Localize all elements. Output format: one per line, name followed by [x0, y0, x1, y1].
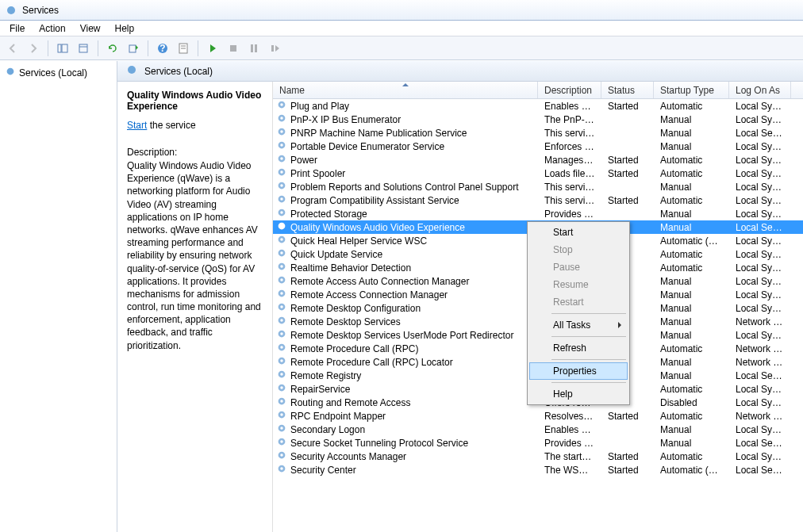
properties-button[interactable] [174, 39, 193, 58]
service-name-cell: Quick Update Service [290, 249, 382, 260]
service-name-cell: PNRP Machine Name Publication Service [290, 128, 467, 139]
service-context-menu[interactable]: StartStopPauseResumeRestartAll TasksRefr… [527, 221, 630, 405]
service-desc-cell: Manages p... [538, 155, 601, 166]
service-logon-cell: Network S... [729, 316, 791, 327]
refresh-button[interactable] [103, 39, 122, 58]
services-list[interactable]: Name Description Status Startup Type Log… [273, 82, 803, 532]
nav-forward-button[interactable] [24, 39, 43, 58]
svg-point-47 [280, 278, 283, 281]
service-gear-icon [276, 113, 287, 126]
context-menu-properties[interactable]: Properties [529, 362, 628, 380]
service-row[interactable]: Program Compatibility Assistant ServiceT… [273, 193, 803, 207]
context-menu-start[interactable]: Start [529, 224, 628, 241]
export-button[interactable] [124, 39, 143, 58]
service-startup-cell: Manual [654, 182, 729, 193]
service-desc-cell: Provides su... [538, 438, 601, 449]
service-row[interactable]: Security Accounts ManagerThe startup ...… [273, 450, 803, 463]
toolbar-separator [98, 40, 98, 56]
service-status-cell: Started [601, 168, 654, 179]
column-status[interactable]: Status [601, 82, 654, 98]
column-log-on-as[interactable]: Log On As [729, 82, 791, 98]
context-menu-help[interactable]: Help [529, 385, 628, 403]
column-description[interactable]: Description [538, 82, 601, 98]
services-icon [5, 66, 16, 79]
service-logon-cell: Network S... [729, 357, 791, 368]
service-row[interactable]: Plug and PlayEnables a c...StartedAutoma… [273, 99, 803, 113]
service-row[interactable]: Portable Device Enumerator ServiceEnforc… [273, 140, 803, 153]
context-menu-resume: Resume [529, 276, 628, 293]
service-startup-cell: Automatic [654, 101, 729, 112]
tree-root-services[interactable]: Services (Local) [2, 64, 115, 81]
service-logon-cell: Local Syste... [729, 249, 791, 260]
svg-rect-12 [230, 45, 236, 52]
selected-service-name: Quality Windows Audio Video Experience [127, 90, 263, 112]
export-list-button[interactable] [74, 39, 93, 58]
service-status-cell: Started [601, 101, 654, 112]
service-gear-icon [276, 436, 287, 450]
console-tree[interactable]: Services (Local) [0, 61, 117, 532]
service-name-cell: Remote Access Auto Connection Manager [290, 276, 469, 287]
service-desc-cell: Enables star... [538, 424, 601, 435]
start-service-link[interactable]: Start [127, 120, 147, 131]
menu-action[interactable]: Action [33, 21, 71, 36]
service-startup-cell: Manual [654, 141, 729, 152]
context-menu-restart: Restart [529, 293, 628, 311]
pane-title: Services (Local) [144, 66, 213, 77]
service-name-cell: Remote Registry [290, 370, 361, 381]
window-titlebar: Services [0, 0, 803, 21]
help-button[interactable]: ? [153, 39, 172, 58]
service-startup-cell: Manual [654, 330, 729, 341]
service-startup-cell: Disabled [654, 397, 729, 408]
menu-help[interactable]: Help [109, 21, 141, 36]
svg-point-41 [280, 238, 283, 241]
menu-file[interactable]: File [3, 21, 31, 36]
services-app-icon [5, 4, 17, 17]
context-menu-separator [551, 336, 626, 337]
service-gear-icon [276, 301, 287, 315]
svg-rect-15 [271, 45, 274, 52]
service-row[interactable]: PNRP Machine Name Publication ServiceThi… [273, 126, 803, 140]
svg-point-55 [280, 332, 283, 335]
service-name-cell: RPC Endpoint Mapper [290, 411, 386, 422]
services-icon [125, 63, 138, 78]
svg-point-73 [280, 454, 283, 457]
service-row[interactable]: Secure Socket Tunneling Protocol Service… [273, 436, 803, 450]
service-status-cell: Started [601, 155, 654, 166]
svg-point-67 [280, 413, 283, 416]
service-gear-icon [276, 423, 287, 436]
service-status-cell: Started [601, 465, 654, 476]
svg-point-49 [280, 292, 283, 295]
service-gear-icon [276, 220, 287, 234]
service-row[interactable]: Security CenterThe WSCSV...StartedAutoma… [273, 463, 803, 477]
service-name-cell: PnP-X IP Bus Enumerator [290, 114, 401, 125]
pause-service-button[interactable] [244, 39, 263, 58]
nav-back-button[interactable] [3, 39, 22, 58]
service-name-cell: Print Spooler [290, 168, 345, 179]
context-menu-refresh[interactable]: Refresh [529, 339, 628, 357]
service-row[interactable]: Print SpoolerLoads files t...StartedAuto… [273, 166, 803, 180]
service-row[interactable]: RPC Endpoint MapperResolves RP...Started… [273, 409, 803, 423]
stop-service-button[interactable] [224, 39, 243, 58]
start-service-button[interactable] [203, 39, 222, 58]
menu-view[interactable]: View [74, 21, 107, 36]
service-desc-cell: The startup ... [538, 451, 601, 462]
service-row[interactable]: Problem Reports and Solutions Control Pa… [273, 180, 803, 193]
service-gear-icon [276, 166, 287, 180]
column-name[interactable]: Name [273, 82, 538, 98]
service-row[interactable]: Protected StorageProvides pr...ManualLoc… [273, 207, 803, 220]
service-startup-cell: Manual [654, 316, 729, 327]
service-logon-cell: Local Syste... [729, 101, 791, 112]
pane-header: Services (Local) [117, 61, 803, 82]
column-startup-type[interactable]: Startup Type [654, 82, 729, 98]
service-row[interactable]: PowerManages p...StartedAutomaticLocal S… [273, 153, 803, 166]
service-logon-cell: Local Syste... [729, 141, 791, 152]
service-gear-icon [276, 355, 287, 369]
context-menu-all-tasks[interactable]: All Tasks [529, 316, 628, 334]
service-logon-cell: Local Syste... [729, 424, 791, 435]
service-row[interactable]: PnP-X IP Bus EnumeratorThe PnP-X ...Manu… [273, 113, 803, 126]
service-row[interactable]: Secondary LogonEnables star...ManualLoca… [273, 423, 803, 436]
service-name-cell: Security Accounts Manager [290, 451, 406, 462]
restart-service-button[interactable] [265, 39, 284, 58]
tree-root-label: Services (Local) [19, 67, 87, 78]
show-hide-tree-button[interactable] [53, 39, 72, 58]
